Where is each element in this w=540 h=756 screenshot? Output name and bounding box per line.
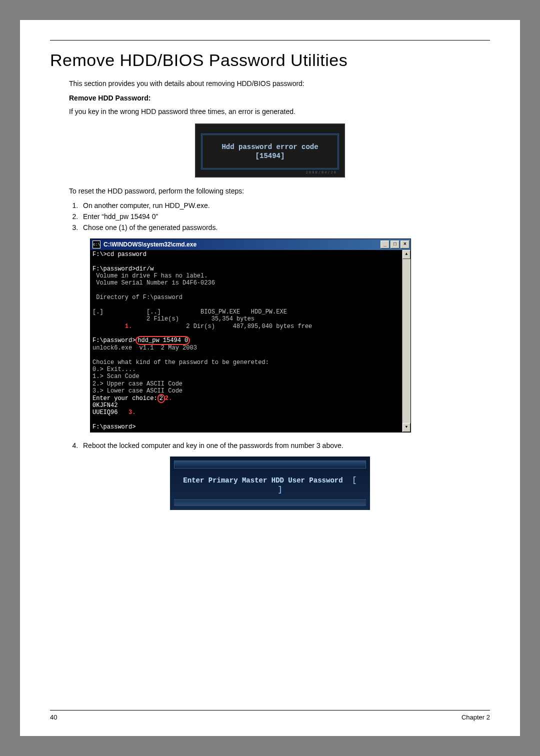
cmd-titlebar: c:\ C:\WINDOWS\system32\cmd.exe _ □ × [90, 239, 410, 250]
figure-cmd: c:\ C:\WINDOWS\system32\cmd.exe _ □ × F:… [90, 238, 490, 432]
intro-text: This section provides you with details a… [69, 79, 490, 89]
step-2: Enter “hdd_pw 15494 0” [80, 212, 490, 220]
cmd-title-buttons: _ □ × [380, 240, 410, 248]
document-page: Remove HDD/BIOS Password Utilities This … [20, 20, 520, 736]
minimize-button[interactable]: _ [380, 240, 390, 248]
step-4: Reboot the locked computer and key in on… [80, 442, 490, 450]
scroll-up-icon[interactable]: ▲ [402, 250, 410, 259]
cmd-window: c:\ C:\WINDOWS\system32\cmd.exe _ □ × F:… [90, 238, 411, 432]
top-rule [50, 40, 490, 40]
page-number: 40 [50, 714, 57, 721]
cmd-title-text: C:\WINDOWS\system32\cmd.exe [104, 241, 380, 248]
cmd-scrollbar[interactable]: ▲ ▼ [402, 250, 410, 432]
annotation-3: 3. [128, 409, 136, 416]
bios-msg: Enter Primary Master HDD User Password [183, 476, 342, 484]
step-1: On another computer, run HDD_PW.exe. [80, 202, 490, 210]
hdd-error-dialog: Hdd password error code [15494] 2008/04/… [195, 124, 345, 178]
figure-bios-prompt: Enter Primary Master HDD User Password [… [50, 456, 490, 510]
scroll-down-icon[interactable]: ▼ [402, 423, 410, 432]
circled-choice: 2 [158, 394, 165, 403]
hdd-error-inner: Hdd password error code [15494] [201, 134, 339, 170]
cmd-content: F:\>cd password F:\password>dir/w Volume… [90, 250, 402, 432]
subhead: Remove HDD Password: [69, 94, 490, 102]
hdd-error-line2: [15494] [206, 152, 334, 160]
bios-bracket-close: ] [278, 486, 282, 494]
circled-command: hdd_pw 15494 0 [136, 336, 190, 345]
page-title: Remove HDD/BIOS Password Utilities [50, 50, 490, 70]
cmd-body: F:\>cd password F:\password>dir/w Volume… [90, 250, 410, 432]
page-footer: 40 Chapter 2 [50, 710, 490, 721]
scroll-track[interactable] [402, 259, 410, 423]
close-button[interactable]: × [400, 240, 410, 248]
bios-msg-row: Enter Primary Master HDD User Password [… [174, 470, 366, 500]
reset-intro: To reset the HDD password, perform the f… [69, 186, 490, 196]
chapter-label: Chapter 2 [462, 714, 490, 721]
hdd-error-line1: Hdd password error code [206, 143, 334, 151]
step-3: Chose one (1) of the generated passwords… [80, 224, 490, 232]
bios-bottom-bar [174, 500, 366, 506]
figure-hdd-error: Hdd password error code [15494] 2008/04/… [50, 124, 490, 178]
maximize-button[interactable]: □ [390, 240, 400, 248]
steps-list: On another computer, run HDD_PW.exe. Ent… [69, 202, 490, 232]
hdd-error-date: 2008/04/20 [306, 170, 337, 174]
bios-bracket-open: [ [352, 476, 357, 485]
steps-list-cont: Reboot the locked computer and key in on… [69, 442, 490, 450]
footer-rule [50, 710, 490, 710]
bios-prompt: Enter Primary Master HDD User Password [… [170, 456, 370, 510]
cmd-icon: c:\ [92, 240, 100, 248]
bios-top-bar [174, 460, 366, 468]
annotation-2: 2. [165, 395, 172, 402]
annotation-1: 1. [125, 323, 132, 330]
wrong-pw-text: If you key in the wrong HDD password thr… [69, 107, 490, 117]
